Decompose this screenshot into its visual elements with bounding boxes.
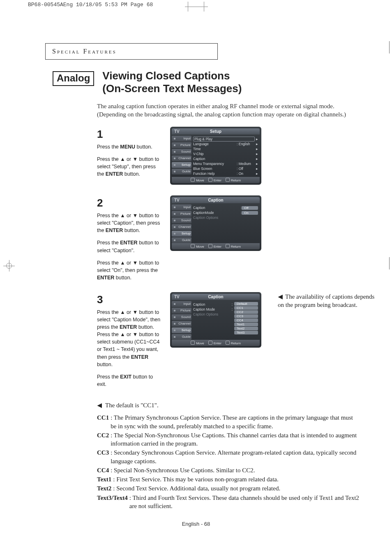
triangle-left-icon: ▶ [97,401,102,409]
osd-row: Language [193,142,237,146]
osd-tab-guide: Guide [182,238,191,242]
side-note-text: The availability of captions depends on … [278,293,374,308]
osd-value: : English [237,142,255,146]
osd-row: Caption [193,157,255,161]
step-1: 1 Press the MENU button. Press the ▲ or … [97,127,392,185]
osd-option: Text1 [234,323,258,326]
step-text-frag: Press the [97,144,120,150]
side-note: ▶The availability of captions depends on… [278,293,380,309]
step-number: 1 [97,127,163,142]
def-desc: : First Text Service. This may be variou… [113,475,278,483]
osd-option: CC1 [234,306,258,310]
osd-tab-setup: Setup [182,163,191,167]
intro-paragraph: The analog caption function operates in … [0,95,392,118]
osd-row: Function Help [193,172,237,176]
triangle-left-icon: ▶ [278,293,283,301]
osd-row: Menu Transparency [193,162,237,166]
page-footer: English - 68 [0,521,392,527]
menu-button-ref: MENU [120,144,135,150]
osd-tab-input: Input [183,137,191,140]
osd-value: : Off [237,167,255,171]
crop-mark-left-mid [3,260,15,272]
step-text-frag: button. [123,228,140,233]
osd-screenshot-caption: TVCaption Input Picture Sound Channel Se… [170,195,261,251]
osd-tv-label: TV [174,295,191,299]
def-desc: : The Special Non-Synchronous Use Captio… [111,431,359,448]
footer-lang: English [182,521,200,527]
osd-tv-label: TV [174,129,191,134]
osd-hint-enter: Enter [208,341,221,345]
osd-main: Caption: Caption Mode: Caption Options D… [191,301,260,340]
step-text-frag: button. [114,275,131,281]
osd-row: Time [193,147,255,151]
def-key: CC2 [97,431,109,448]
def-desc: : Secondary Synchronous Caption Service.… [111,448,359,465]
osd-option: Text2 [234,327,258,330]
enter-button-ref: ENTER [106,171,123,177]
osd-tab-guide: Guide [182,169,191,173]
def-key: CC1 [97,413,109,430]
osd-option: CC4 [234,318,258,322]
osd-option: CC2 [234,310,258,314]
step-2: 2 Press the ▲ or ▼ button to select "Cap… [97,195,392,281]
footer-page-number: 68 [204,521,210,527]
def-key: CC3 [97,448,109,465]
osd-row-disabled: Caption Options [193,216,258,220]
osd-value-highlight: Off [242,206,258,210]
osd-screenshot-setup: TVSetup Input Picture Sound Channel Setu… [170,127,261,185]
osd-row: CaptionMode [193,211,241,215]
step-text-frag: button. [123,171,140,177]
crop-mark-top [188,2,204,12]
crop-mark-right [389,41,390,53]
osd-tab-input: Input [183,302,191,306]
step-text-frag: Press the [97,374,120,380]
section-header: Special Features [45,43,218,60]
osd-row: Caption [193,302,232,306]
osd-sidebar: Input Picture Sound Channel Setup Guide [172,204,191,243]
osd-tab-channel: Channel [178,156,191,160]
step-text-frag: button. [137,324,154,330]
osd-tab-picture: Picture [180,143,191,147]
osd-tab-channel: Channel [178,225,191,229]
def-key: Text1 [97,475,111,483]
step-text-frag: button. [135,144,152,150]
enter-button-ref: ENTER [120,240,137,246]
osd-title: Caption [191,295,241,299]
def-key: Text3/Text4 [97,494,128,511]
enter-button-ref: ENTER [106,228,123,233]
step-text-frag: Press the [97,240,120,246]
osd-tab-setup: Setup [182,328,191,332]
osd-hint-enter: Enter [208,178,221,182]
osd-row: Caption Mode [193,307,232,311]
step-number: 3 [97,292,163,308]
colon: : [232,307,233,311]
osd-row: Plug & Play [193,137,255,142]
osd-option-list: Default CC1 CC2 CC3 CC4 Text1 Text2 Text… [234,302,258,339]
osd-title: Caption [191,198,241,202]
osd-option: Text3 [234,331,258,334]
osd-hint-move: Move [191,244,204,248]
def-desc: : Special Non-Synchronous Use Captions. … [111,466,255,474]
exit-button-ref: EXIT [120,374,131,380]
enter-button-ref: ENTER [97,275,114,281]
colon: : [232,302,233,306]
notes-section: ▶The default is "CC1". CC1: The Primary … [0,399,392,510]
osd-value-highlight: On [242,211,258,215]
osd-tab-picture: Picture [180,212,191,216]
def-desc: : Third and Fourth Text Services. These … [129,494,359,511]
def-desc: : The Primary Synchronous Caption Servic… [111,413,359,430]
osd-hint-move: Move [191,178,204,182]
step-text-frag: button. [97,362,113,367]
step-number: 2 [97,195,163,211]
title-line-1: Viewing Closed Captions [102,70,230,82]
osd-hint-return: Return [226,341,241,345]
osd-tab-sound: Sound [181,218,191,222]
enter-button-ref: ENTER [131,354,148,360]
osd-row: V-Chip [193,152,255,156]
osd-main: Plug & Play▸ Language: English▸ Time▸ V-… [191,136,260,177]
osd-row-disabled: Caption Options [193,312,233,316]
page-content: Analog Viewing Closed Captions (On-Scree… [0,60,392,527]
def-key: Text2 [97,484,111,492]
osd-hint-return: Return [226,244,241,248]
osd-row: Blue Screen [193,167,237,171]
